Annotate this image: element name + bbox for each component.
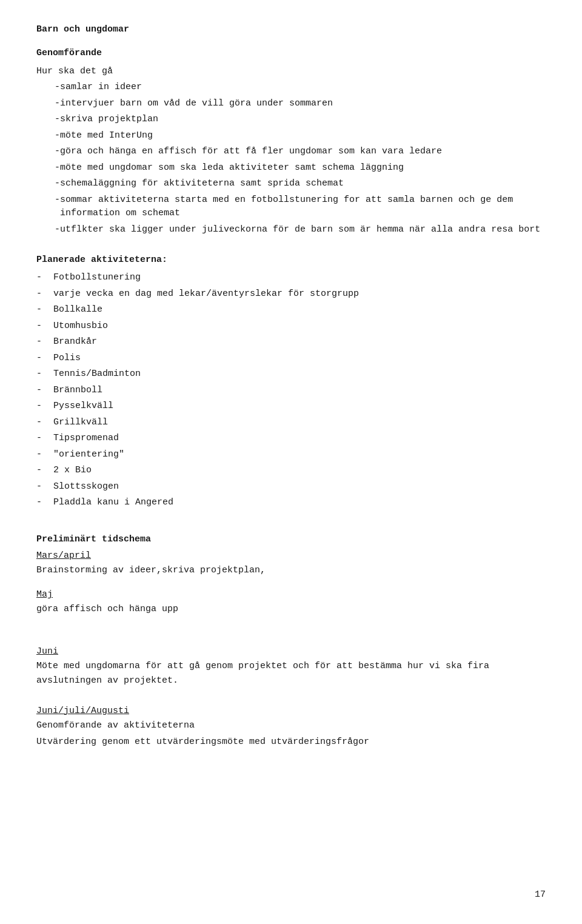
list-item: - Slottsskogen [36, 480, 546, 494]
list-dash: - [36, 161, 60, 175]
list-dash: - [36, 193, 60, 221]
list-item-text: 2 x Bio [53, 464, 546, 478]
list-dash: - [36, 367, 53, 381]
list-dash: - [36, 113, 60, 127]
list-item-text: möte med InterUng [60, 129, 546, 143]
list-item: - intervjuer barn om våd de vill göra un… [36, 97, 546, 111]
list-item-text: Tipspromenad [53, 432, 546, 446]
list-item: - utflkter ska ligger under juliveckorna… [36, 223, 546, 237]
list-item: - Bollkalle [36, 303, 546, 317]
list-item: - göra och hänga en affisch för att få f… [36, 145, 546, 159]
juni-text: Möte med ungdomarna för att gå genom pro… [36, 659, 546, 688]
list-dash: - [36, 81, 60, 95]
juni-block: Juni Möte med ungdomarna för att gå geno… [36, 646, 546, 688]
juni-label: Juni [36, 646, 546, 659]
list-item-text: samlar in ideer [60, 81, 546, 95]
juni-label-text: Juni [36, 646, 58, 657]
hur-ska-heading: Hur ska det gå [36, 64, 546, 78]
list-item-text: Pladdla kanu i Angered [53, 496, 546, 510]
list-dash: - [36, 416, 53, 430]
juni-juli-label: Juni/juli/Augusti [36, 706, 546, 718]
genomforande-section: Genomförande Hur ska det gå - samlar in … [36, 48, 546, 236]
list-item-text: sommar aktiviteterna starta med en fotbo… [60, 193, 546, 221]
list-item-text: varje vecka en dag med lekar/äventyrslek… [53, 287, 546, 301]
list-item: - sommar aktiviteterna starta med en fot… [36, 193, 546, 221]
list-item-text: Pysselkväll [53, 400, 546, 413]
planerade-section: Planerade aktiviteterna: - Fotbollstuner… [36, 255, 546, 510]
maj-label-text: Maj [36, 589, 53, 600]
juni-juli-label-text: Juni/juli/Augusti [36, 706, 129, 716]
preliminart-heading: Preliminärt tidschema [36, 534, 546, 544]
planerade-list: - Fotbollstunering - varje vecka en dag … [36, 271, 546, 510]
genomforande-heading: Genomförande [36, 48, 546, 58]
list-item: - "orientering" [36, 448, 546, 462]
list-item-text: Brandkår [53, 335, 546, 349]
juni-juli-block: Juni/juli/Augusti Genomförande av aktivi… [36, 706, 546, 749]
planerade-heading-text: Planerade aktiviteterna: [36, 255, 167, 265]
juni-juli-text2: Utvärdering genom ett utvärderingsmöte m… [36, 735, 546, 749]
list-item: - samlar in ideer [36, 81, 546, 95]
list-item: - Utomhusbio [36, 320, 546, 333]
list-item-text: Brännboll [53, 384, 546, 398]
list-item: - Polis [36, 352, 546, 366]
list-dash: - [36, 352, 53, 366]
list-item: - 2 x Bio [36, 464, 546, 478]
list-item: - Brännboll [36, 384, 546, 398]
list-item: - Tipspromenad [36, 432, 546, 446]
list-dash: - [36, 177, 60, 191]
list-item: - Tennis/Badminton [36, 367, 546, 381]
mars-april-label-text: Mars/april [36, 551, 91, 561]
list-item-text: "orientering" [53, 448, 546, 462]
list-dash: - [36, 432, 53, 446]
page-title: Barn och ungdomar [36, 24, 546, 35]
planerade-heading: Planerade aktiviteterna: [36, 255, 546, 265]
list-dash: - [36, 335, 53, 349]
list-item-text: Polis [53, 352, 546, 366]
list-dash: - [36, 384, 53, 398]
list-item-text: Grillkväll [53, 416, 546, 430]
list-dash: - [36, 223, 60, 237]
mars-april-label: Mars/april [36, 551, 546, 563]
list-item-text: intervjuer barn om våd de vill göra unde… [60, 97, 546, 111]
preliminart-section: Preliminärt tidschema Mars/april Brainst… [36, 534, 546, 749]
page-number: 17 [535, 889, 546, 900]
list-dash: - [36, 448, 53, 462]
list-dash: - [36, 271, 53, 285]
list-item: - Grillkväll [36, 416, 546, 430]
list-item-text: skriva projektplan [60, 113, 546, 127]
list-item: - schemaläggning för aktiviteterna samt … [36, 177, 546, 191]
maj-label: Maj [36, 589, 546, 602]
hur-ska-block: Hur ska det gå - samlar in ideer - inter… [36, 64, 546, 236]
list-item-text: schemaläggning för aktiviteterna samt sp… [60, 177, 546, 191]
list-dash: - [36, 320, 53, 333]
mars-april-block: Mars/april Brainstorming av ideer,skriva… [36, 551, 546, 577]
list-item-text: göra och hänga en affisch för att få fle… [60, 145, 546, 159]
list-item: - möte med InterUng [36, 129, 546, 143]
genomforande-list: - samlar in ideer - intervjuer barn om v… [36, 81, 546, 236]
list-item-text: utflkter ska ligger under juliveckorna f… [60, 223, 546, 237]
list-item: - Brandkår [36, 335, 546, 349]
list-dash: - [36, 496, 53, 510]
list-item: - möte med ungdomar som ska leda aktivit… [36, 161, 546, 175]
list-item: - Pladdla kanu i Angered [36, 496, 546, 510]
list-item-text: Utomhusbio [53, 320, 546, 333]
list-dash: - [36, 287, 53, 301]
list-item-text: möte med ungdomar som ska leda aktivitet… [60, 161, 546, 175]
list-item-text: Bollkalle [53, 303, 546, 317]
list-dash: - [36, 400, 53, 413]
juni-juli-text1: Genomförande av aktiviteterna [36, 718, 546, 732]
maj-text: göra affisch och hänga upp [36, 602, 546, 616]
list-dash: - [36, 303, 53, 317]
mars-april-text: Brainstorming av ideer,skriva projektpla… [36, 563, 546, 577]
list-item: - Pysselkväll [36, 400, 546, 413]
maj-block: Maj göra affisch och hänga upp [36, 589, 546, 616]
list-dash: - [36, 97, 60, 111]
page-container: Barn och ungdomar Genomförande Hur ska d… [0, 0, 582, 924]
list-dash: - [36, 464, 53, 478]
list-item: - skriva projektplan [36, 113, 546, 127]
list-dash: - [36, 145, 60, 159]
list-item: - varje vecka en dag med lekar/äventyrsl… [36, 287, 546, 301]
list-item-text: Tennis/Badminton [53, 367, 546, 381]
list-dash: - [36, 480, 53, 494]
list-item-text: Fotbollstunering [53, 271, 546, 285]
